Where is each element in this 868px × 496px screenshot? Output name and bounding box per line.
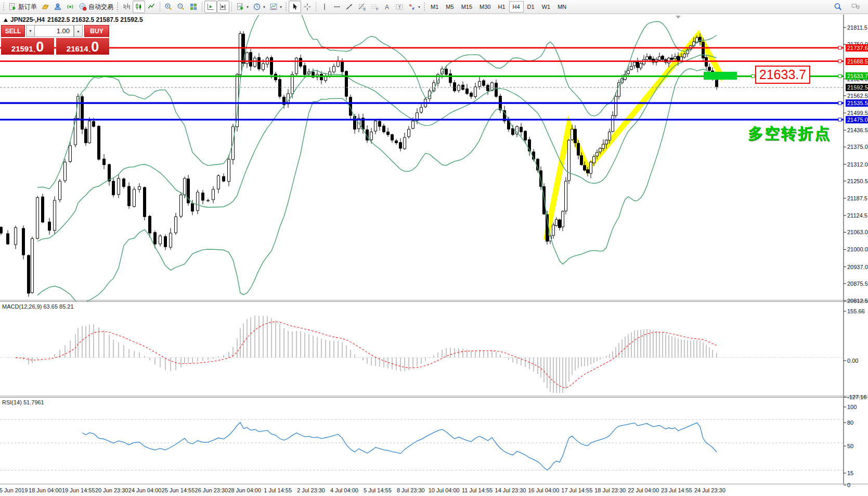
turning-point-annotation[interactable]: 多空转折点	[748, 123, 831, 144]
svg-text:T: T	[398, 5, 401, 10]
ohlc-readout: 21622.5 21632.5 21587.5 21592.5	[47, 16, 143, 23]
auto-scroll-icon	[206, 3, 215, 11]
toolbar-grip	[285, 2, 288, 11]
vertical-line-icon	[320, 3, 329, 11]
toolbar-grip	[423, 2, 426, 11]
zoom-in-button[interactable]	[162, 1, 175, 13]
periods-button[interactable]: ▾	[251, 1, 267, 13]
clock-icon	[253, 3, 261, 11]
rsi-axis-label: 50	[847, 443, 853, 449]
indicators-button[interactable]: ▾	[234, 1, 251, 13]
toolbar-separator	[160, 2, 160, 12]
tf-button-M30[interactable]: M30	[476, 1, 494, 12]
price-line-badge: 21535.5	[846, 99, 868, 107]
candlestick-icon	[135, 3, 143, 11]
macd-axis-label: 0.00	[847, 358, 858, 364]
dropdown-caret-icon: ▾	[263, 5, 265, 9]
tile-windows-button[interactable]	[187, 1, 200, 13]
candlestick-chart-button[interactable]	[133, 1, 145, 13]
buy-price-display[interactable]: 21614.0	[56, 38, 109, 55]
macd-axis-label: 155.66	[847, 308, 865, 314]
profile-icon	[54, 3, 62, 11]
sell-price-main: 21591	[11, 45, 33, 53]
text-button[interactable]: A	[381, 1, 393, 13]
template-icon	[269, 3, 278, 11]
auto-trading-label: 自动交易	[88, 3, 113, 11]
tf-button-MN[interactable]: MN	[554, 1, 570, 12]
bid-price-badge: 21592.5	[846, 84, 868, 91]
price-tick-label: 21375.0	[847, 144, 868, 150]
grid-button[interactable]: F	[368, 1, 381, 13]
volume-down-button[interactable]: ▼	[26, 25, 35, 37]
tf-button-M1[interactable]: M1	[427, 1, 442, 12]
macd-axis-label: -127.16	[847, 394, 866, 400]
tf-button-H1[interactable]: H1	[494, 1, 509, 12]
buy-price-pip: 0	[91, 42, 99, 53]
grid-icon: F	[370, 3, 379, 11]
text-label-button[interactable]: T	[393, 1, 406, 13]
rsi-axis-label: 15	[847, 470, 853, 476]
tf-button-W1[interactable]: W1	[538, 1, 554, 12]
horizontal-line-button[interactable]	[331, 1, 343, 13]
macd-label: MACD(12,26,9) 63.65 85.21	[2, 303, 74, 310]
decimal-separator: .	[34, 46, 36, 53]
auto-trading-button[interactable]: 自动交易	[76, 1, 115, 13]
price-callout-box[interactable]: 21633.7	[755, 66, 810, 84]
sell-price-display[interactable]: 21591.0	[1, 38, 54, 55]
symbol-title: JPN225-,H4 21622.5 21632.5 21587.5 21592…	[4, 16, 143, 23]
new-order-button[interactable]: 新订单	[6, 1, 39, 13]
zoom-out-button[interactable]	[175, 1, 187, 13]
zoom-out-icon	[177, 3, 185, 11]
arrows-button[interactable]: ▾	[406, 1, 422, 13]
chart-shift-marker-icon[interactable]	[676, 16, 681, 19]
cursor-button[interactable]	[289, 1, 301, 13]
ohlc-bars-icon	[122, 3, 131, 11]
price-tick-label: 20812.5	[847, 298, 868, 304]
price-tick-label: 21562.5	[847, 93, 868, 99]
dropdown-caret-icon: ▾	[280, 5, 282, 9]
gold-ingot-icon	[41, 3, 49, 11]
accounts-button[interactable]	[51, 1, 64, 13]
price-line-badge: 21737.6	[846, 44, 868, 52]
tf-button-M5[interactable]: M5	[442, 1, 457, 12]
svg-text:A: A	[385, 4, 389, 11]
signal-icon	[66, 3, 74, 11]
decimal-separator: .	[89, 46, 91, 53]
price-line-badge: 21475.0	[846, 116, 868, 123]
tf-button-D1[interactable]: D1	[524, 1, 538, 12]
templates-button[interactable]: ▾	[267, 1, 284, 13]
chat-button[interactable]	[849, 1, 862, 13]
price-tick-label: 21436.5	[847, 127, 868, 133]
trendline-icon	[345, 3, 354, 11]
price-tick-label: 21187.5	[847, 195, 867, 201]
chart-shift-icon	[219, 3, 227, 11]
trendline-button[interactable]	[343, 1, 356, 13]
sell-price-pip: 0	[36, 42, 44, 53]
search-button[interactable]	[832, 1, 845, 13]
tf-button-M15[interactable]: M15	[458, 1, 476, 12]
price-tick-label: 21000.0	[847, 246, 868, 252]
fibonacci-button[interactable]: E	[356, 1, 368, 13]
chart-shift-button[interactable]	[217, 1, 229, 13]
price-tick-label: 21811.5	[847, 24, 867, 31]
market-watch-button[interactable]	[39, 1, 51, 13]
sell-button[interactable]: SELL	[1, 25, 25, 37]
toolbar-grip	[116, 2, 119, 11]
chart-canvas[interactable]	[0, 0, 868, 496]
line-chart-button[interactable]	[145, 1, 158, 13]
text-icon: A	[383, 3, 391, 11]
signals-button[interactable]	[64, 1, 76, 13]
toolbar-separator	[202, 2, 202, 12]
symbol-name: JPN225-,H4	[10, 16, 45, 23]
vertical-line-button[interactable]	[318, 1, 331, 13]
volume-up-button[interactable]: ▲	[74, 25, 83, 37]
buy-button[interactable]: BUY	[84, 25, 109, 37]
volume-input[interactable]	[34, 25, 74, 37]
toolbar-grip	[3, 2, 5, 11]
spin-up-icon: ▲	[76, 29, 80, 33]
crosshair-button[interactable]	[301, 1, 314, 13]
auto-scroll-button[interactable]	[204, 1, 217, 13]
tf-button-H4[interactable]: H4	[509, 1, 524, 12]
rsi-axis-label: 80	[847, 419, 853, 426]
bar-chart-button[interactable]	[120, 1, 133, 13]
